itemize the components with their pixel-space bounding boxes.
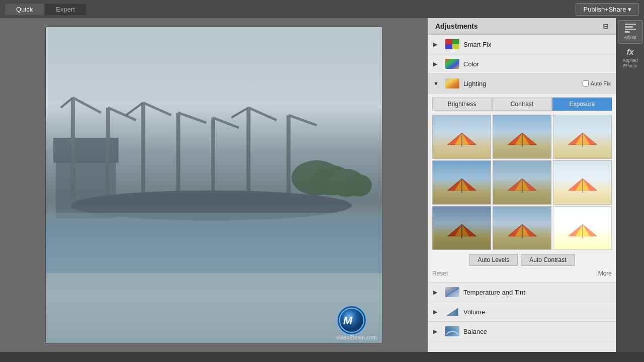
color-arrow: ▶ [433,61,441,67]
applied-effects-label: Applied Effects [620,58,641,69]
thumb-7[interactable] [493,206,551,250]
thumb-5[interactable] [553,160,612,205]
main-content: M video2brain.com Adjustments ⊟ ▶ [0,18,644,352]
lighting-footer: Reset More [432,269,612,278]
exposure-tab[interactable]: Exposure [552,98,612,111]
temperature-tint-icon [445,287,459,298]
svg-rect-10 [176,113,180,198]
adjustments-header: Adjustments ⊟ [428,18,616,35]
section-color[interactable]: ▶ [428,54,616,74]
top-bar: Quick Expert Publish+Share ▾ [0,0,644,18]
adjust-icon [625,24,636,34]
svg-rect-33 [445,59,459,69]
svg-line-6 [108,108,136,120]
adjust-icon-label: Adjust [624,35,636,40]
svg-line-18 [289,115,317,125]
action-buttons: Auto Levels Auto Contrast [432,254,612,266]
svg-line-16 [231,108,249,118]
smart-fix-icon [445,39,459,50]
harbor-scene-svg [46,52,382,274]
auto-fix-checkbox[interactable] [583,80,589,86]
temperature-tint-label: Temperature and Tint [463,289,611,296]
thumbnails-grid [432,115,612,250]
reset-button[interactable]: Reset [432,270,448,277]
svg-line-15 [249,108,277,120]
svg-line-9 [126,103,143,115]
svg-point-23 [347,174,372,197]
tab-quick[interactable]: Quick [5,4,44,15]
tab-expert[interactable]: Expert [45,4,86,15]
panel-collapse-button[interactable]: ⊟ [603,22,609,30]
auto-fix-container: Auto Fix [583,80,611,86]
thumb-6[interactable] [432,206,491,250]
temperature-tint-arrow: ▶ [433,289,441,296]
side-icons-panel: Adjust fx Applied Effects [616,18,644,352]
thumb-4[interactable] [493,160,551,205]
auto-fix-label: Auto Fix [591,80,611,86]
svg-rect-31 [445,44,452,49]
svg-rect-29 [445,39,452,44]
balance-arrow: ▶ [433,328,441,335]
thumb-1[interactable] [493,115,551,159]
right-panel: Adjustments ⊟ ▶ Sma [428,18,644,352]
watermark-text: video2brain.com [336,334,377,340]
svg-line-11 [178,113,206,123]
smart-fix-label: Smart Fix [463,41,611,48]
section-balance[interactable]: ▶ Balance [428,322,616,341]
more-button[interactable]: More [598,270,612,277]
section-volume[interactable]: ▶ Volume [428,302,616,322]
canvas-area: M video2brain.com [0,18,428,352]
svg-rect-30 [452,39,459,44]
svg-rect-12 [211,118,215,198]
contrast-tab[interactable]: Contrast [492,98,551,111]
volume-arrow: ▶ [433,309,441,315]
thumb-2[interactable] [553,115,612,159]
volume-icon [445,306,459,317]
lighting-content: Brightness Contrast Exposure [428,94,616,283]
fx-icon: fx [626,48,633,57]
logo-watermark: M [332,308,372,333]
volume-label: Volume [463,308,611,316]
publish-share-button[interactable]: Publish+Share ▾ [576,3,639,16]
svg-rect-17 [287,115,291,198]
lighting-icon [445,78,459,89]
lighting-arrow: ▼ [433,80,441,86]
svg-rect-5 [106,108,110,198]
balance-label: Balance [463,328,611,335]
status-bar [0,352,644,362]
auto-contrast-button[interactable]: Auto Contrast [521,254,575,266]
harbor-background [46,27,382,343]
adjustments-title: Adjustments [435,22,478,30]
image-frame: M video2brain.com [45,27,382,343]
lighting-tabs: Brightness Contrast Exposure [432,98,612,111]
section-smart-fix[interactable]: ▶ Smart Fix [428,35,616,54]
color-icon [445,58,459,69]
svg-line-13 [213,118,239,128]
adjustments-panel: Adjustments ⊟ ▶ Sma [428,18,616,352]
thumb-8[interactable] [553,206,612,250]
lighting-label: Lighting [463,80,579,87]
thumb-3[interactable] [432,160,491,205]
svg-rect-2 [71,98,75,198]
brightness-tab[interactable]: Brightness [432,98,492,111]
adjust-icon-item[interactable]: Adjust [618,20,643,44]
svg-rect-7 [141,103,145,198]
auto-levels-button[interactable]: Auto Levels [469,254,518,266]
svg-rect-25 [46,223,382,273]
balance-icon [445,326,459,337]
svg-rect-34 [445,78,459,88]
svg-text:M: M [343,314,353,327]
smart-fix-arrow: ▶ [433,41,441,48]
logo-circle: M [337,305,367,335]
thumb-0[interactable] [432,115,491,159]
applied-effects-icon-item[interactable]: fx Applied Effects [618,45,643,72]
svg-line-8 [143,103,171,115]
svg-rect-32 [452,44,459,49]
svg-line-3 [73,98,101,113]
tab-group: Quick Expert [5,4,86,15]
svg-rect-14 [247,108,251,198]
section-temperature-tint[interactable]: ▶ [428,283,616,302]
color-label: Color [463,60,611,68]
section-lighting[interactable]: ▼ [428,74,616,94]
